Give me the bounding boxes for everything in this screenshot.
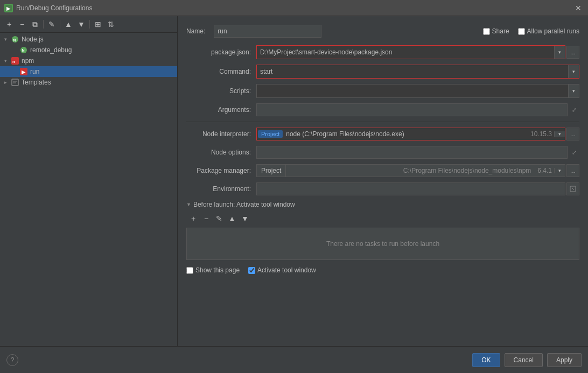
sort-button[interactable]: ⇅ bbox=[105, 18, 117, 30]
footer-right: OK Cancel Apply bbox=[472, 353, 582, 367]
node-interpreter-row: Node interpreter: Project node (C:\Progr… bbox=[186, 128, 579, 140]
interpreter-browse-btn[interactable]: … bbox=[566, 128, 579, 140]
allow-parallel-checkbox[interactable] bbox=[518, 28, 525, 35]
name-input[interactable] bbox=[214, 25, 321, 38]
svg-rect-10 bbox=[12, 79, 18, 86]
right-panel: Name: Share Allow parallel runs package.… bbox=[178, 16, 588, 346]
tree-item-npm[interactable]: ▾ n npm bbox=[0, 55, 177, 66]
before-launch-remove-btn[interactable]: − bbox=[200, 213, 212, 224]
add-config-button[interactable]: + bbox=[3, 18, 15, 30]
node-interpreter-field: Project node (C:\Program Files\nodejs\no… bbox=[256, 128, 579, 140]
arguments-field: ⤢ bbox=[256, 103, 579, 116]
arguments-label: Arguments: bbox=[186, 106, 256, 114]
command-row: Command: ▾ bbox=[186, 65, 579, 79]
close-button[interactable]: ✕ bbox=[573, 3, 584, 13]
node-options-label: Node options: bbox=[186, 149, 256, 156]
activate-tool-window-checkbox[interactable] bbox=[248, 267, 255, 274]
arguments-expand-btn[interactable]: ⤢ bbox=[569, 104, 579, 115]
nodejs-label: Node.js bbox=[22, 36, 44, 43]
toolbar-separator-2 bbox=[60, 20, 60, 29]
scripts-field: ▾ bbox=[256, 84, 579, 98]
app-icon: ▶ bbox=[4, 4, 13, 12]
package-json-label: package.json: bbox=[186, 48, 256, 56]
tree-item-templates[interactable]: ▸ Templates bbox=[0, 77, 177, 88]
package-manager-label: Package manager: bbox=[186, 167, 256, 174]
package-manager-row: Package manager: Project C:\Program File… bbox=[186, 164, 579, 177]
config-toolbar: + − ⧉ ✎ ▲ ▼ ⊞ ⇅ bbox=[0, 16, 177, 33]
environment-input[interactable] bbox=[256, 182, 565, 195]
environment-browse-btn[interactable] bbox=[566, 182, 579, 195]
package-json-row: package.json: ▾ … bbox=[186, 45, 579, 59]
svg-text:▶: ▶ bbox=[6, 6, 11, 11]
templates-arrow: ▸ bbox=[4, 80, 11, 85]
remote-debug-label: remote_debug bbox=[30, 46, 72, 54]
package-json-dropdown-btn[interactable]: ▾ bbox=[554, 46, 565, 59]
package-json-input-container: ▾ bbox=[256, 45, 565, 59]
name-label: Name: bbox=[186, 27, 205, 35]
npm-label: npm bbox=[22, 57, 34, 65]
run-label: run bbox=[30, 68, 39, 75]
arguments-input[interactable] bbox=[256, 103, 568, 116]
section-divider bbox=[186, 122, 579, 122]
toolbar-separator-3 bbox=[89, 20, 90, 29]
command-input[interactable] bbox=[257, 65, 568, 78]
show-this-page-option[interactable]: Show this page bbox=[186, 266, 240, 274]
activate-tool-window-label: Activate tool window bbox=[257, 266, 316, 274]
package-json-field: ▾ … bbox=[256, 45, 579, 59]
edit-templates-button[interactable]: ✎ bbox=[46, 18, 58, 30]
command-input-container: ▾ bbox=[256, 65, 579, 79]
before-launch-add-btn[interactable]: + bbox=[187, 213, 199, 224]
svg-text:n: n bbox=[12, 59, 15, 64]
interpreter-badge: Project bbox=[258, 130, 283, 138]
pkg-manager-dropdown-btn[interactable]: ▾ bbox=[554, 168, 565, 173]
scripts-input[interactable] bbox=[257, 85, 568, 97]
environment-field bbox=[256, 182, 579, 195]
tree-item-nodejs[interactable]: ▾ N Node.js bbox=[0, 34, 177, 45]
interpreter-input-container[interactable]: Project node (C:\Program Files\nodejs\no… bbox=[256, 128, 565, 140]
node-interpreter-label: Node interpreter: bbox=[186, 130, 256, 138]
copy-config-button[interactable]: ⧉ bbox=[29, 18, 41, 30]
before-launch-down-btn[interactable]: ▼ bbox=[239, 213, 251, 224]
package-manager-field: Project C:\Program Files\nodejs\node_mod… bbox=[256, 164, 579, 177]
remove-config-button[interactable]: − bbox=[16, 18, 28, 30]
pkg-manager-badge: Project bbox=[257, 165, 286, 177]
before-launch-up-btn[interactable]: ▲ bbox=[226, 213, 238, 224]
allow-parallel-label[interactable]: Allow parallel runs bbox=[518, 27, 579, 35]
toolbar-separator-1 bbox=[43, 20, 44, 29]
before-launch-content: There are no tasks to run before launch bbox=[186, 228, 579, 260]
expand-button[interactable]: ⊞ bbox=[92, 18, 104, 30]
help-button[interactable]: ? bbox=[6, 354, 18, 366]
node-options-input[interactable] bbox=[256, 146, 568, 159]
interpreter-dropdown-btn[interactable]: ▾ bbox=[554, 131, 565, 137]
node-options-row: Node options: ⤢ bbox=[186, 146, 579, 159]
templates-label: Templates bbox=[22, 79, 51, 86]
apply-button[interactable]: Apply bbox=[547, 353, 582, 367]
move-up-button[interactable]: ▲ bbox=[62, 18, 74, 30]
tree-item-run[interactable]: ▶ run bbox=[0, 66, 177, 77]
pkg-manager-path: C:\Program Files\nodejs\node_modules\npm bbox=[286, 167, 535, 174]
pkg-manager-browse-btn[interactable]: … bbox=[566, 164, 579, 177]
environment-row: Environment: bbox=[186, 182, 579, 195]
share-label[interactable]: Share bbox=[483, 27, 509, 35]
move-down-button[interactable]: ▼ bbox=[75, 18, 87, 30]
name-field-container: Name: bbox=[186, 25, 321, 38]
package-json-input[interactable] bbox=[257, 46, 554, 59]
ok-button[interactable]: OK bbox=[472, 353, 500, 367]
svg-text:N: N bbox=[13, 38, 16, 43]
node-options-expand-btn[interactable]: ⤢ bbox=[569, 147, 579, 158]
command-dropdown-btn[interactable]: ▾ bbox=[568, 65, 579, 78]
share-checkbox[interactable] bbox=[483, 28, 490, 35]
scripts-dropdown-btn[interactable]: ▾ bbox=[568, 85, 579, 97]
before-launch-edit-btn[interactable]: ✎ bbox=[213, 213, 225, 224]
scripts-label: Scripts: bbox=[186, 87, 256, 95]
tree-item-remote-debug[interactable]: N remote_debug bbox=[0, 45, 177, 55]
show-this-page-checkbox[interactable] bbox=[186, 267, 193, 274]
before-launch-section-header: ▼ Before launch: Activate tool window bbox=[186, 201, 579, 208]
templates-icon bbox=[11, 78, 19, 87]
npm-icon: n bbox=[11, 57, 19, 65]
cancel-button[interactable]: Cancel bbox=[505, 353, 543, 367]
before-launch-arrow[interactable]: ▼ bbox=[186, 202, 191, 207]
arguments-row: Arguments: ⤢ bbox=[186, 103, 579, 116]
package-json-browse-btn[interactable]: … bbox=[566, 46, 579, 59]
activate-tool-window-option[interactable]: Activate tool window bbox=[248, 266, 316, 274]
